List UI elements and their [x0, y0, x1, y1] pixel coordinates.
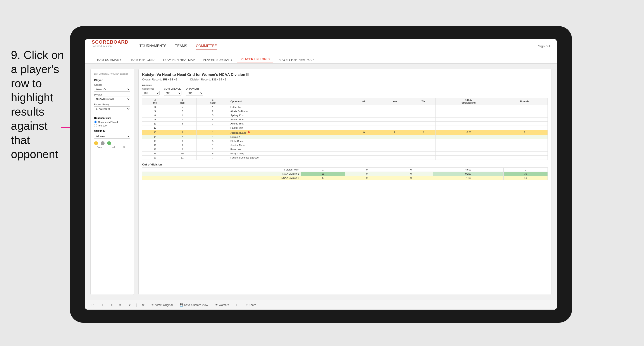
table-row[interactable]: 19106 Emily Chang: [142, 152, 548, 156]
main-panel: Katelyn Vo Head-to-Head Grid for Women's…: [138, 69, 552, 295]
panel-title: Katelyn Vo Head-to-Head Grid for Women's…: [142, 73, 548, 77]
nav-teams[interactable]: TEAMS: [175, 43, 187, 49]
table-row[interactable]: 1822 Euna Lee: [142, 147, 548, 152]
player-rank-select[interactable]: 8. Katelyn Vo: [94, 106, 130, 111]
h2h-grid-table: #Div #Reg #Conf Opponent Win Loss Tie Di…: [142, 98, 548, 160]
table-row[interactable]: 613 Sydney Kuo: [142, 113, 548, 118]
colour-label-level: Level: [106, 146, 118, 149]
panel-records: Overall Record: 353 - 34 - 6 Division Re…: [142, 78, 548, 81]
divider: [94, 114, 130, 114]
colour-label-down: Down: [94, 146, 105, 149]
copy-button[interactable]: ⧉: [118, 302, 123, 308]
col-tie: Tie: [411, 98, 436, 105]
main-content: Last Updated: 27/03/2024 16:55:38 Player…: [85, 64, 557, 300]
forward-button[interactable]: ⇥: [108, 302, 114, 307]
redo-button[interactable]: ↪: [99, 302, 105, 307]
colour-by-title: Colour by: [94, 130, 130, 132]
table-row[interactable]: 1691 Jessica Mason: [142, 143, 548, 147]
sub-nav: TEAM SUMMARY TEAM H2H GRID TEAM H2H HEAT…: [85, 53, 557, 64]
toolbar: ↩ ↪ ⇥ ⧉ ↻ | ⟳ 👁 View: Original 💾 Save Cu…: [85, 300, 557, 310]
table-row[interactable]: 20117 Federica Domecq Lacroze: [142, 156, 548, 160]
col-rounds: Rounds: [502, 98, 548, 105]
tab-player-summary[interactable]: PLAYER SUMMARY: [200, 56, 236, 63]
conference-select[interactable]: (All): [164, 91, 182, 96]
opponent-view-title: Opponent view: [94, 117, 130, 119]
table-row[interactable]: 522 Alexis Sudjianto: [142, 109, 548, 113]
table-row[interactable]: 1585 Stella Chang: [142, 139, 548, 143]
tab-team-summary[interactable]: TEAM SUMMARY: [92, 56, 125, 63]
col-diff: Diff AvStrokes/Rnd: [436, 98, 502, 105]
dot-down: [94, 141, 98, 145]
opponent-select[interactable]: (All): [186, 91, 203, 96]
watch-button[interactable]: 👁 Watch ▾: [213, 302, 231, 307]
ood-row[interactable]: NCAA Division 2 5 0 0 7.400 10: [142, 176, 548, 180]
filter-row: Region Opponents: (All) Conference: [142, 84, 548, 96]
tab-team-h2h-heatmap[interactable]: TEAM H2H HEATMAP: [159, 56, 198, 63]
table-row[interactable]: 351 Esther Lee: [142, 105, 548, 109]
division-select[interactable]: NCAA Division III: [94, 97, 130, 101]
out-of-division-table: Foreign Team 1 0 0 4.500 2 NAIA Division…: [142, 168, 548, 180]
nav-tournaments[interactable]: TOURNAMENTS: [140, 43, 166, 49]
col-conf: #Conf: [197, 98, 229, 105]
dot-level: [101, 141, 104, 145]
division-label: Division: [94, 93, 130, 96]
table-row[interactable]: 1474 Eunice Yi: [142, 135, 548, 139]
rotate-button[interactable]: ↻: [126, 302, 132, 307]
gender-label: Gender: [94, 83, 130, 86]
tab-team-h2h-grid[interactable]: TEAM H2H GRID: [126, 56, 158, 63]
tab-player-h2h-heatmap[interactable]: PLAYER H2H HEATMAP: [274, 56, 318, 63]
save-icon: 💾: [180, 303, 183, 307]
undo-button[interactable]: ↩: [90, 302, 96, 307]
instruction-text: 9. Click on a player's row to highlight …: [11, 48, 68, 161]
col-reg: #Reg: [168, 98, 197, 105]
top-nav: SCOREBOARD Powered by clippi TOURNAMENTS…: [85, 39, 557, 53]
timestamp: Last Updated: 27/03/2024 16:55:38: [94, 73, 130, 75]
app-logo: SCOREBOARD Powered by clippi: [92, 39, 128, 47]
table-row[interactable]: 1063 Andrea York: [142, 122, 548, 126]
opponent-filter-title: Opponent: [186, 87, 203, 90]
dot-up: [107, 141, 111, 145]
tablet-device: SCOREBOARD Powered by clippi TOURNAMENTS…: [70, 26, 572, 323]
gender-select[interactable]: Women's: [94, 87, 130, 92]
table-row[interactable]: 12 Haeju Hyun: [142, 126, 548, 130]
table-row[interactable]: 914 Sharon Mun: [142, 118, 548, 122]
colour-by-select[interactable]: Win/loss: [94, 134, 130, 139]
nav-committee[interactable]: COMMITTEE: [196, 43, 217, 49]
radio-opponents-played[interactable]: Opponents Played: [94, 121, 130, 123]
share-icon: ↗: [245, 303, 248, 307]
ood-row[interactable]: NAIA Division 1 15 0 0 9.267 30: [142, 172, 548, 176]
col-div: #Div: [142, 98, 168, 105]
colour-label-up: Up: [119, 146, 130, 149]
view-original-button[interactable]: 👁 View: Original: [150, 302, 174, 307]
col-opponent: Opponent: [229, 98, 350, 105]
eye-icon: 👁: [152, 303, 154, 307]
layout-button[interactable]: ⊞: [234, 302, 240, 307]
col-loss: Loss: [378, 98, 411, 105]
selected-arrow-icon: [248, 131, 250, 134]
share-button[interactable]: ↗ Share: [244, 302, 258, 307]
watch-icon: 👁: [215, 303, 218, 307]
player-section-title: Player: [94, 78, 130, 82]
selected-player-row[interactable]: 1361 Jessica Huang 0 1 0 -3.00 2: [142, 130, 548, 135]
region-filter-title: Region: [142, 84, 160, 87]
col-win: Win: [350, 98, 378, 105]
region-select[interactable]: (All): [142, 91, 160, 96]
ood-row[interactable]: Foreign Team 1 0 0 4.500 2: [142, 168, 548, 172]
grid-table-container: #Div #Reg #Conf Opponent Win Loss Tie Di…: [142, 98, 548, 291]
separator: |: [136, 303, 137, 307]
player-rank-label: Player (Rank): [94, 103, 130, 106]
tablet-screen: SCOREBOARD Powered by clippi TOURNAMENTS…: [85, 39, 557, 310]
sidebar: Last Updated: 27/03/2024 16:55:38 Player…: [90, 69, 134, 295]
radio-top100[interactable]: Top 100: [94, 124, 130, 127]
conference-filter-title: Conference: [164, 87, 182, 90]
tab-player-h2h-grid[interactable]: PLAYER H2H GRID: [237, 56, 273, 63]
save-custom-view-button[interactable]: 💾 Save Custom View: [178, 302, 210, 307]
main-nav: TOURNAMENTS TEAMS COMMITTEE: [140, 43, 536, 49]
out-of-division-title: Out of division: [142, 163, 548, 166]
refresh-button[interactable]: ⟳: [140, 302, 146, 307]
sign-out-link[interactable]: Sign out: [538, 44, 550, 48]
